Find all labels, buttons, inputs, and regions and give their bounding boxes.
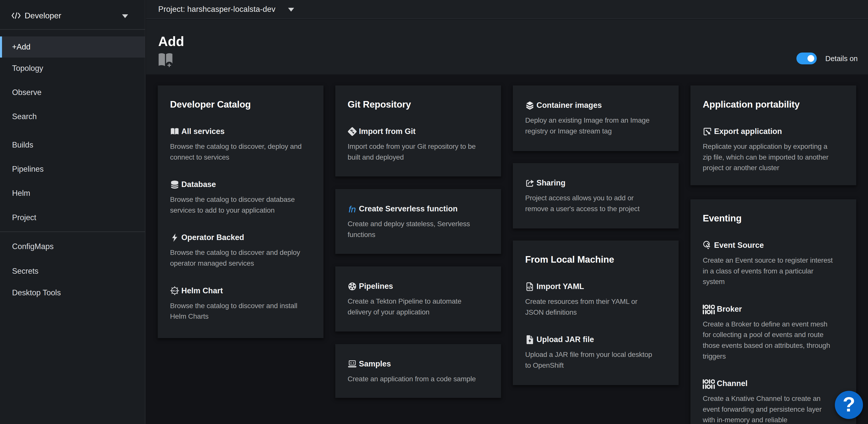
svg-text:HELM: HELM [171, 289, 178, 292]
